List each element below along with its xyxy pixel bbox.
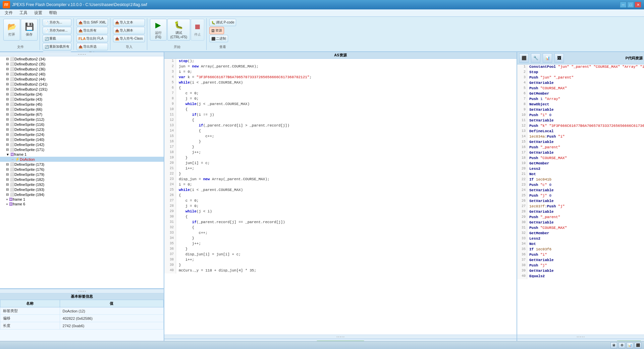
export-select-button[interactable]: 📤 导出所选: [76, 43, 108, 50]
pcode-line: 10Push "i" 0: [517, 113, 644, 118]
list-item[interactable]: ⊟⬜ DefineButton2 (141): [0, 82, 164, 87]
resource-button[interactable]: 🖼 资源: [209, 27, 224, 34]
save-button[interactable]: 💾 保存: [21, 19, 38, 41]
list-item[interactable]: ⊟⬜ DefineSprite (43): [0, 97, 164, 102]
list-item[interactable]: ⊟⬜ DefineSprite (176): [0, 167, 164, 172]
sprite-icon: ⬜: [10, 77, 14, 81]
status-icon-2[interactable]: ⚙: [619, 342, 625, 348]
list-item[interactable]: ⊟⬜ DefineSprite (66): [0, 107, 164, 112]
list-item[interactable]: ⊟⬜ DefineSprite (142): [0, 142, 164, 147]
info-col-name: 名称: [0, 300, 60, 307]
toolbar-saveas-group: 📄 另存为... 📄 另存为exe... 🔄 重载 🔄 重新加载所有 ✖ 关闭 …: [41, 18, 74, 50]
stop-button[interactable]: ⏹ 停止: [191, 19, 204, 41]
debug-button[interactable]: 🐛 调试(CTRL+F5): [167, 19, 190, 41]
export-swfxml-button[interactable]: 📤 导出 SWF XML: [76, 19, 108, 26]
tree-doaction-item[interactable]: →⚡ DoAction: [0, 157, 164, 162]
info-col-value: 值: [60, 300, 163, 307]
list-item[interactable]: ⊟⬜ DefineSprite (171): [0, 147, 164, 152]
saveas-button[interactable]: 📄 另存为...: [43, 19, 71, 26]
list-item[interactable]: ⊟⬜ DefineSprite (116): [0, 122, 164, 127]
sprite-icon: ⬜: [10, 177, 14, 182]
pcode-header-label: P代码资源: [626, 56, 643, 61]
list-item[interactable]: ⊟⬜ DefineButton2 (40): [0, 71, 164, 77]
length-label: 长度: [0, 322, 60, 330]
maximize-button[interactable]: □: [627, 2, 634, 8]
export-fla-button[interactable]: FLA 导出到 FLA: [76, 35, 108, 42]
status-icon-4[interactable]: ⬛: [635, 342, 641, 348]
import-symbol-button[interactable]: 📥 导入符号-Class: [113, 35, 145, 42]
status-icon-3[interactable]: 📊: [627, 342, 633, 348]
minimize-button[interactable]: ─: [620, 2, 627, 8]
list-item[interactable]: ⊟⬜ DefineSprite (193): [0, 187, 164, 192]
saveas-icon: 📄: [45, 21, 49, 24]
addall-button[interactable]: 🔄 重新加载所有: [43, 43, 71, 50]
pcode-tool-icon3[interactable]: 📊: [543, 53, 552, 63]
list-item[interactable]: ⊟⬜ DefineSprite (140): [0, 137, 164, 142]
list-item[interactable]: ⊟⬜ DefineSprite (24): [0, 92, 164, 97]
import-group-label: 导入: [126, 44, 132, 49]
export-all-button[interactable]: 📤 导出所有: [76, 27, 108, 34]
debug-pcode-button[interactable]: 🐛 调试 P-code: [209, 19, 236, 26]
list-item[interactable]: ⊟⬜ DefineSprite (194): [0, 192, 164, 197]
code-line: 13 if(_parent.record[i] > _parent.record…: [164, 123, 517, 129]
code-line: 16 }: [164, 139, 517, 145]
menu-file[interactable]: 文件: [1, 9, 16, 16]
toolbar-export-group: 📤 导出 SWF XML 📤 导出所有 FLA 导出到 FLA 📤 导出所选 导…: [74, 18, 110, 50]
import-script-button[interactable]: 📥 导入脚本: [113, 27, 145, 34]
toolbar-start-group: ▶ 运行(F6) 🐛 调试(CTRL+F5) ⏹ 停止 开始: [148, 18, 207, 50]
pcode-line: 28GetVariable: [517, 209, 644, 215]
app-logo: FF: [3, 1, 10, 8]
run-button[interactable]: ▶ 运行(F6): [150, 19, 167, 41]
pcode-tool-icon1[interactable]: ⬛: [519, 53, 529, 63]
menu-tools[interactable]: 工具: [16, 9, 31, 16]
open-button[interactable]: 📂 打开: [3, 19, 20, 41]
toolbar-file-group: 📂 打开 💾 保存 文件: [1, 18, 40, 50]
list-item[interactable]: ⊟⬜ DefineButton2 (35): [0, 61, 164, 66]
code-line: 32 {: [164, 225, 517, 231]
close-button[interactable]: ✕: [635, 2, 641, 8]
pcode-line: 5Push "COURSE_MAX": [517, 86, 644, 91]
list-item[interactable]: ⊟⬜ DefineSprite (182): [0, 177, 164, 182]
saveas-exe-button[interactable]: 📄 另存为exe...: [43, 27, 71, 34]
list-item[interactable]: ⊟⬜ DefineSprite (112): [0, 117, 164, 122]
list-item[interactable]: ⊟⬜ DefineSprite (123): [0, 127, 164, 132]
pcode-tool-icon2[interactable]: 🔧: [531, 53, 540, 63]
sprite-icon: ⬜: [10, 187, 14, 192]
menu-help[interactable]: 帮助: [46, 9, 60, 16]
pcode-line: 25Push "j" 0: [517, 193, 644, 199]
debug-pcode-icon: 🐛: [211, 21, 215, 24]
reload-button[interactable]: 🔄 重载: [43, 35, 71, 42]
pcode-area[interactable]: 1ConstantPool "jun" "_parent" "COURSE_MA…: [517, 64, 644, 335]
code-line: 29 while(j < i): [164, 209, 517, 214]
pcode-line: 23Push "c" 0: [517, 183, 644, 188]
code-area[interactable]: 1stop(); 2jun = new Array(_parent.COURSE…: [164, 59, 517, 335]
list-item[interactable]: ⊟⬜ DefineSprite (192): [0, 182, 164, 187]
list-item[interactable]: ⊟⬜ DefineSprite (179): [0, 172, 164, 177]
list-item[interactable]: ⊟⬜ DefineSprite (67): [0, 112, 164, 117]
pcode-line: 26SetVariable: [517, 199, 644, 204]
code-line: 25while(i < _parent.COURSE_MAX): [164, 188, 517, 193]
list-item[interactable]: ⊟⬜ DefineButton2 (191): [0, 87, 164, 92]
info-header: 基本标签信息: [0, 293, 164, 300]
list-item[interactable]: +🖼 frame 1: [0, 197, 164, 202]
list-item[interactable]: ⊟⬜ DefineSprite (124): [0, 132, 164, 137]
tree-frame1-item[interactable]: ▼🖼 frame 1: [0, 152, 164, 157]
sprite-icon: ⬜: [10, 142, 14, 147]
list-item[interactable]: ⊟⬜ DefineSprite (45): [0, 102, 164, 107]
pcode-tool-icon4[interactable]: 🖼: [554, 53, 564, 63]
pcode-line: 13DefineLocal: [517, 129, 644, 134]
list-item[interactable]: ⊟⬜ DefineButton2 (36): [0, 66, 164, 71]
list-item[interactable]: +🖼 frame 6: [0, 202, 164, 206]
toolbar-import-group: 📥 导入文本 📥 导入脚本 📥 导入符号-Class 导入: [111, 18, 147, 50]
pcode-line: 30GetVariable: [517, 220, 644, 226]
import-text-button[interactable]: 📥 导入文本: [113, 19, 145, 26]
list-item[interactable]: ⊟⬜ DefineButton2 (44): [0, 77, 164, 82]
list-item[interactable]: ⊟⬜ DefineSprite (173): [0, 162, 164, 167]
sprite-icon: ⬜: [10, 117, 14, 121]
status-icon-1[interactable]: 🖥: [610, 342, 617, 348]
code-line: 36 }: [164, 247, 517, 252]
pcode-line: 8NewObject: [517, 102, 644, 107]
list-item[interactable]: ⊟⬜ DefineButton2 (34): [0, 56, 164, 61]
binary-button[interactable]: ⬛ 二进制: [209, 35, 228, 42]
menu-settings[interactable]: 设置: [31, 9, 46, 16]
